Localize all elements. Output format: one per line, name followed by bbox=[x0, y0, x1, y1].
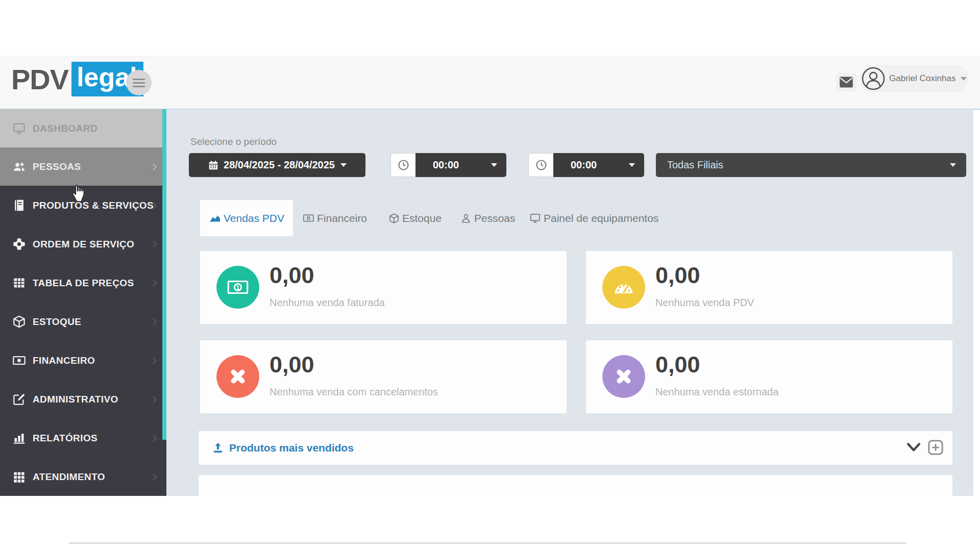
sidebar-item-label: ADMINISTRATIVO bbox=[33, 394, 118, 405]
x-icon bbox=[216, 355, 259, 398]
bottom-divider bbox=[69, 542, 906, 544]
sidebar-item-label: FINANCEIRO bbox=[33, 355, 95, 366]
sidebar-item-dashboard[interactable]: DASHBOARD bbox=[0, 109, 166, 147]
tab-painel-de-equipamentos[interactable]: Painel de equipamentos bbox=[529, 200, 658, 236]
time-from-value: 00:00 bbox=[433, 159, 459, 171]
tab-label: Financeiro bbox=[317, 212, 367, 224]
time-to-picker[interactable]: 00:00 bbox=[528, 153, 644, 177]
branch-select[interactable]: Todas Filiais bbox=[656, 153, 966, 177]
person-icon bbox=[460, 213, 472, 224]
app-logo: PDV legal bbox=[11, 62, 143, 96]
sidebar-item-label: ORDEM DE SERVIÇO bbox=[33, 239, 134, 250]
gear-icon bbox=[12, 237, 26, 251]
clock-icon bbox=[390, 153, 415, 177]
sidebar-item-atendimento[interactable]: ATENDIMENTO bbox=[0, 457, 166, 496]
time-from-picker[interactable]: 00:00 bbox=[390, 153, 506, 177]
money-icon bbox=[12, 354, 26, 367]
produtos-mais-vendidos-link[interactable]: Produtos mais vendidos bbox=[212, 431, 354, 465]
hamburger-menu-icon[interactable] bbox=[126, 70, 152, 95]
stat-caption: Nenhuma venda com cancelamentos bbox=[270, 386, 438, 398]
sidebar-item-label: DASHBOARD bbox=[33, 123, 97, 134]
user-menu[interactable]: Gabriel Coxinhas bbox=[860, 65, 969, 92]
sidebar-item-label: TABELA DE PREÇOS bbox=[33, 278, 134, 289]
sidebar-item-estoque[interactable]: ESTOQUE bbox=[0, 302, 166, 341]
bar-chart-icon bbox=[12, 431, 26, 445]
dashboard-tabs: Vendas PDV Financeiro Estoque Pessoas bbox=[166, 200, 973, 236]
chevron-down-icon bbox=[491, 163, 497, 167]
produtos-mais-vendidos-panel: Produtos mais vendidos bbox=[199, 431, 952, 465]
sidebar-item-label: ESTOQUE bbox=[33, 316, 81, 328]
sidebar-item-tabela-de-precos[interactable]: TABELA DE PREÇOS bbox=[0, 263, 166, 302]
sidebar-item-produtos-servicos[interactable]: PRODUTOS & SERVIÇOS bbox=[0, 186, 166, 224]
grid-icon bbox=[12, 470, 26, 484]
stat-caption: Nenhuma venda PDV bbox=[655, 297, 754, 309]
top-header: PDV legal Gabriel Coxinhas bbox=[0, 56, 980, 110]
stat-caption: Nenhuma venda faturada bbox=[270, 297, 385, 309]
chevron-down-icon[interactable] bbox=[906, 441, 922, 455]
chevron-right-icon bbox=[151, 162, 158, 171]
chevron-right-icon bbox=[151, 472, 158, 482]
sidebar-item-label: PRODUTOS & SERVIÇOS bbox=[33, 200, 154, 211]
users-icon bbox=[12, 160, 26, 173]
sidebar-item-administrativo[interactable]: ADMINISTRATIVO bbox=[0, 380, 166, 418]
sidebar-item-financeiro[interactable]: FINANCEIRO bbox=[0, 341, 166, 380]
x-icon bbox=[602, 355, 645, 398]
main-content: Selecione o período 28/04/2025 - 28/04/2… bbox=[166, 109, 973, 496]
clock-icon bbox=[528, 153, 553, 177]
stat-value: 0,00 bbox=[655, 262, 700, 289]
area-chart-icon bbox=[209, 212, 221, 224]
time-to-value: 00:00 bbox=[571, 159, 597, 171]
book-icon bbox=[12, 198, 26, 212]
tab-pessoas[interactable]: Pessoas bbox=[460, 200, 516, 236]
branch-select-value: Todas Filiais bbox=[667, 159, 723, 171]
monitor-icon bbox=[529, 212, 541, 224]
table-icon bbox=[12, 276, 26, 290]
cube-icon bbox=[12, 315, 26, 329]
sidebar-nav: DASHBOARD PESSOAS PRODUTOS & SERVIÇOS bbox=[0, 109, 166, 492]
stat-caption: Nenhuma venda estornada bbox=[655, 386, 778, 398]
sidebar-item-ordem-de-servico[interactable]: ORDEM DE SERVIÇO bbox=[0, 224, 166, 263]
edit-icon bbox=[12, 392, 26, 406]
date-range-value: 28/04/2025 - 28/04/2025 bbox=[224, 159, 335, 171]
pdv-legal-dashboard: PDV legal Gabriel Coxinhas DASHBOARD bbox=[0, 0, 980, 551]
chevron-down-icon bbox=[961, 77, 967, 81]
sidebar-item-label: RELATÓRIOS bbox=[33, 433, 97, 444]
stat-value: 0,00 bbox=[270, 352, 314, 378]
sidebar-item-pessoas[interactable]: PESSOAS bbox=[0, 147, 166, 186]
tab-estoque[interactable]: Estoque bbox=[388, 200, 442, 236]
stat-value: 0,00 bbox=[655, 352, 700, 378]
upload-icon bbox=[212, 442, 224, 454]
tab-label: Pessoas bbox=[474, 212, 516, 224]
person-circle-icon bbox=[862, 67, 885, 90]
chevron-right-icon bbox=[151, 317, 158, 327]
chevron-right-icon bbox=[151, 240, 158, 249]
cube-icon bbox=[388, 213, 400, 224]
tab-financeiro[interactable]: Financeiro bbox=[303, 200, 367, 236]
sidebar-scrollbar[interactable] bbox=[162, 109, 166, 440]
svg-text:1: 1 bbox=[236, 284, 240, 291]
user-name: Gabriel Coxinhas bbox=[889, 73, 955, 84]
sidebar-item-label: PESSOAS bbox=[33, 161, 81, 172]
chevron-right-icon bbox=[151, 356, 158, 365]
gauge-icon bbox=[602, 266, 645, 309]
date-range-picker[interactable]: 28/04/2025 - 28/04/2025 bbox=[189, 153, 365, 177]
tab-vendas-pdv[interactable]: Vendas PDV bbox=[200, 200, 293, 236]
next-panel-partial bbox=[199, 475, 952, 496]
stat-card-venda-pdv: 0,00 Nenhuma venda PDV bbox=[586, 251, 952, 324]
envelope-icon[interactable] bbox=[836, 73, 856, 91]
plus-square-icon[interactable] bbox=[927, 439, 944, 456]
stat-card-venda-faturada: 1 0,00 Nenhuma venda faturada bbox=[200, 251, 567, 324]
chevron-right-icon bbox=[151, 201, 158, 210]
sidebar-item-relatorios[interactable]: RELATÓRIOS bbox=[0, 418, 166, 457]
money-icon bbox=[303, 212, 314, 224]
sidebar-item-label: ATENDIMENTO bbox=[33, 471, 105, 483]
cash-icon: 1 bbox=[216, 266, 259, 309]
chevron-down-icon bbox=[950, 163, 956, 167]
panel-title-label: Produtos mais vendidos bbox=[229, 442, 354, 454]
monitor-icon bbox=[12, 121, 26, 135]
tab-label: Estoque bbox=[402, 212, 442, 224]
tab-label: Vendas PDV bbox=[224, 212, 284, 224]
stat-card-venda-cancelamentos: 0,00 Nenhuma venda com cancelamentos bbox=[200, 340, 567, 413]
chevron-right-icon bbox=[151, 279, 158, 288]
logo-text-pdv: PDV bbox=[11, 63, 68, 96]
